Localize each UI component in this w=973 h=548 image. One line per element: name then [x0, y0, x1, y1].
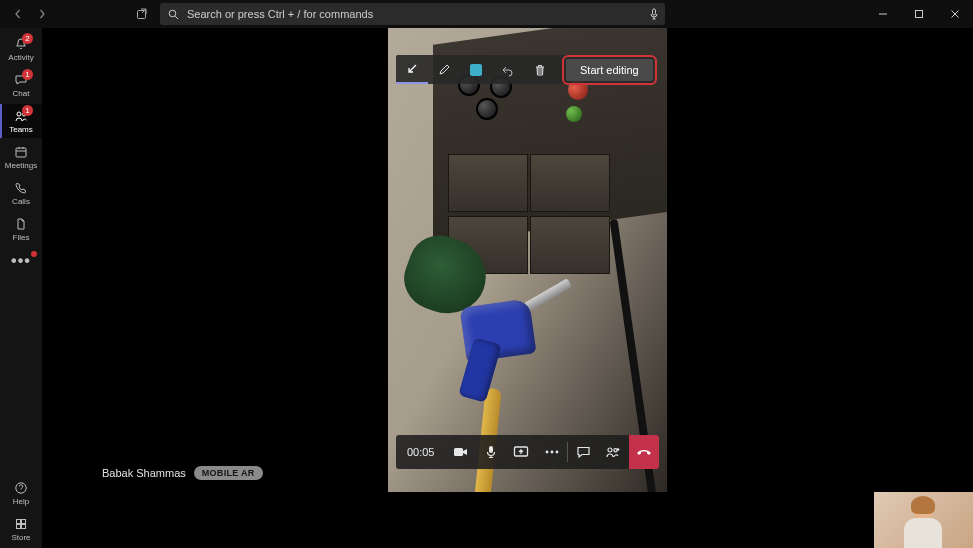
back-button[interactable] [6, 2, 30, 26]
phone-icon [14, 180, 28, 196]
self-view[interactable] [874, 492, 973, 548]
meeting-stage: Start editing Babak Shammas MOBILE AR 00… [42, 28, 973, 548]
maximize-button[interactable] [901, 0, 937, 28]
file-icon [14, 216, 28, 232]
search-placeholder: Search or press Ctrl + / for commands [187, 8, 373, 20]
svg-point-17 [555, 451, 558, 454]
rail-activity[interactable]: 2 Activity [0, 32, 42, 66]
rail-label: Store [11, 534, 30, 542]
badge: 1 [22, 105, 33, 116]
camera-toggle[interactable] [445, 435, 475, 469]
minimize-button[interactable] [865, 0, 901, 28]
help-icon [14, 480, 28, 496]
rail-teams[interactable]: 1 Teams [0, 104, 42, 138]
arrow-tool[interactable] [396, 55, 428, 84]
notification-dot [31, 251, 37, 257]
rail-label: Activity [8, 54, 33, 62]
show-chat[interactable] [568, 435, 598, 469]
svg-rect-2 [653, 9, 656, 15]
svg-rect-9 [22, 520, 26, 524]
start-editing-button[interactable]: Start editing [566, 59, 653, 81]
svg-rect-6 [16, 148, 26, 157]
search-icon [168, 9, 179, 20]
call-controls: 00:05 [396, 435, 659, 469]
svg-point-15 [545, 451, 548, 454]
svg-rect-0 [138, 11, 146, 19]
remote-video [388, 28, 667, 492]
start-editing-label: Start editing [580, 64, 639, 76]
participant-tag: MOBILE AR [194, 466, 263, 480]
svg-point-1 [169, 10, 176, 17]
close-button[interactable] [937, 0, 973, 28]
more-actions[interactable] [537, 435, 567, 469]
rail-calls[interactable]: Calls [0, 176, 42, 210]
rail-label: Files [13, 234, 30, 242]
rail-help[interactable]: Help [0, 476, 42, 510]
participant-nametag: Babak Shammas MOBILE AR [102, 466, 263, 480]
color-swatch[interactable] [460, 55, 492, 84]
search-input[interactable]: Search or press Ctrl + / for commands [160, 3, 665, 25]
svg-rect-11 [22, 525, 26, 529]
badge: 2 [22, 33, 33, 44]
badge: 1 [22, 69, 33, 80]
forward-button[interactable] [30, 2, 54, 26]
rail-label: Help [13, 498, 29, 506]
popout-icon[interactable] [130, 2, 154, 26]
annotation-toolbar: Start editing [396, 55, 654, 84]
rail-store[interactable]: Store [0, 512, 42, 546]
svg-rect-8 [17, 520, 21, 524]
rail-meetings[interactable]: Meetings [0, 140, 42, 174]
rail-label: Meetings [5, 162, 37, 170]
title-bar: Search or press Ctrl + / for commands [0, 0, 973, 28]
svg-rect-12 [454, 448, 463, 456]
participant-name: Babak Shammas [102, 467, 186, 479]
calendar-icon [14, 144, 28, 160]
rail-label: Teams [9, 126, 33, 134]
share-screen[interactable] [506, 435, 536, 469]
rail-label: Calls [12, 198, 30, 206]
rail-files[interactable]: Files [0, 212, 42, 246]
mic-toggle[interactable] [476, 435, 506, 469]
store-icon [14, 516, 28, 532]
rail-more[interactable]: ••• [11, 252, 31, 270]
svg-rect-3 [916, 11, 923, 18]
app-rail: 2 Activity 1 Chat 1 Teams Meetings Calls… [0, 28, 42, 548]
svg-rect-13 [489, 446, 493, 453]
show-participants[interactable] [598, 435, 628, 469]
hang-up-button[interactable] [629, 435, 659, 469]
svg-point-18 [608, 448, 612, 452]
rail-label: Chat [13, 90, 30, 98]
undo-button[interactable] [492, 55, 524, 84]
pen-tool[interactable] [428, 55, 460, 84]
svg-rect-10 [17, 525, 21, 529]
call-duration: 00:05 [396, 446, 445, 458]
mic-icon[interactable] [649, 8, 659, 20]
svg-point-4 [17, 112, 21, 116]
delete-button[interactable] [524, 55, 556, 84]
svg-point-16 [550, 451, 553, 454]
rail-chat[interactable]: 1 Chat [0, 68, 42, 102]
